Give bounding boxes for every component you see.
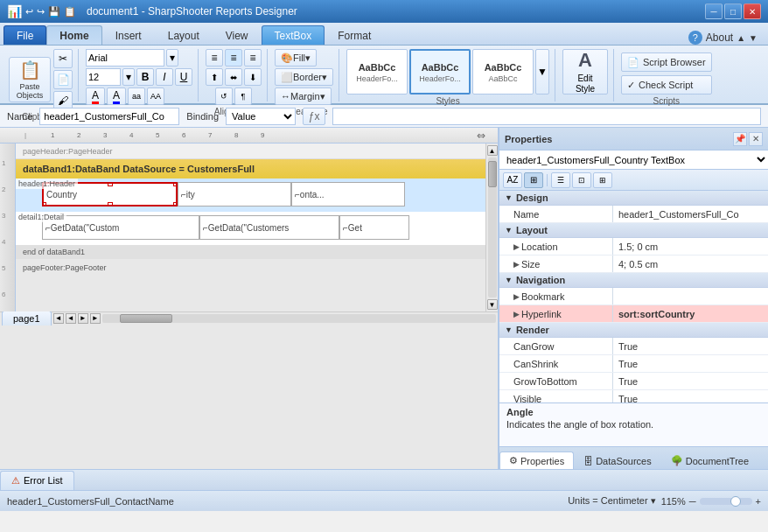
minimize-button[interactable]: ─ [705, 4, 723, 19]
units-display[interactable]: Units = Centimeter ▾ [568, 495, 655, 507]
style-item-2[interactable]: AaBbCc HeaderFo... [409, 49, 471, 94]
valign-bot-btn[interactable]: ⬇ [244, 68, 262, 86]
title-bar-extra[interactable]: 📋 [64, 6, 76, 18]
fx-button[interactable]: ƒx [303, 108, 325, 125]
close-button[interactable]: ✕ [744, 4, 761, 19]
v-scroll-thumb[interactable] [488, 161, 497, 187]
zoom-thumb[interactable] [730, 496, 741, 507]
rotate-btn[interactable]: ↺ [215, 88, 233, 105]
script-browser-button[interactable]: 📄 Script Browser [621, 52, 712, 72]
props-view2[interactable]: ⊡ [572, 172, 591, 188]
category-layout[interactable]: ▼ Layout [499, 223, 768, 238]
databand[interactable]: dataBand1:DataBand DataSource = Customer… [16, 159, 485, 178]
h-scroll-track[interactable] [102, 314, 496, 323]
hyperlink-expand[interactable]: ▶ [513, 310, 520, 318]
v-scroll-track[interactable] [488, 158, 497, 298]
detail-cell-3[interactable]: ⌐Get [339, 215, 409, 240]
underline-button[interactable]: U [175, 68, 192, 86]
prop-visible-value[interactable]: True [613, 390, 768, 402]
category-render[interactable]: ▼ Render [499, 323, 768, 338]
h-scroll-right[interactable]: ► [90, 313, 101, 324]
scroll-down-btn[interactable]: ▼ [487, 299, 498, 310]
title-bar-save[interactable]: 💾 [48, 6, 60, 18]
props-view3[interactable]: ⊞ [593, 172, 612, 188]
h-scrollbar[interactable]: page1 ◄ ◄ ► ► [0, 312, 498, 324]
ruler-toggle[interactable]: ⇔ [477, 130, 485, 142]
v-scrollbar[interactable]: ▲ ▼ [485, 144, 498, 312]
category-navigation[interactable]: ▼ Navigation [499, 273, 768, 288]
size-expand[interactable]: ▶ [513, 260, 520, 269]
prop-growtobottom-value[interactable]: True [613, 373, 768, 389]
h-scroll-thumb[interactable] [120, 314, 172, 323]
detail-cell-2[interactable]: ⌐GetData("Customers [199, 215, 339, 240]
object-select[interactable]: header1_CustomersFull_Country TextBox [499, 150, 768, 169]
fill-dropdown[interactable]: ▾ [305, 52, 311, 64]
align-left-btn[interactable]: ≡ [206, 49, 223, 66]
fill-button[interactable]: 🎨 Fill ▾ [275, 49, 317, 66]
nav-down[interactable]: ▼ [749, 33, 758, 43]
paste-button[interactable]: 📋 Paste Objects [9, 57, 51, 102]
props-pin-btn[interactable]: 📌 [733, 132, 747, 146]
style-item-3[interactable]: AaBbCc AaBbCc [472, 49, 534, 94]
check-script-button[interactable]: ✓ Check Script [621, 75, 712, 94]
name-input[interactable] [39, 108, 179, 125]
contact-cell[interactable]: ⌐onta... [291, 182, 405, 206]
tab-layout[interactable]: Layout [155, 25, 213, 45]
valign-top-btn[interactable]: ⬆ [206, 68, 223, 86]
copy-button[interactable]: 📄 [53, 70, 73, 89]
prop-cangrow-value[interactable]: True [613, 338, 768, 354]
prop-hyperlink-value[interactable]: sort:sortCountry [613, 305, 768, 322]
tab-view[interactable]: View [213, 25, 262, 45]
edit-style-button[interactable]: A EditStyle [562, 49, 608, 94]
align-right-btn[interactable]: ≡ [244, 49, 262, 66]
align-center-btn[interactable]: ≡ [225, 49, 242, 66]
bookmark-expand[interactable]: ▶ [513, 292, 520, 301]
tab-home[interactable]: Home [46, 25, 101, 45]
props-view1[interactable]: ☰ [551, 172, 570, 188]
handle-bl[interactable] [42, 202, 46, 206]
font-color-btn[interactable]: A [86, 88, 105, 105]
props-close-btn[interactable]: ✕ [749, 132, 763, 146]
margin-dropdown[interactable]: ▾ [320, 91, 325, 102]
error-list-tab[interactable]: ⚠ Error List [0, 471, 74, 490]
font-size-dropdown[interactable]: ▾ [122, 68, 135, 86]
maximize-button[interactable]: □ [724, 4, 742, 19]
prop-size-value[interactable]: 4; 0.5 cm [613, 256, 768, 272]
tab-format[interactable]: TextBox [262, 25, 325, 45]
font-name-dropdown[interactable]: ▾ [166, 49, 178, 66]
prop-canshrink-value[interactable]: True [613, 355, 768, 372]
font-name-input[interactable] [86, 49, 164, 66]
category-design[interactable]: ▼ Design [499, 191, 768, 206]
margin-button[interactable]: ↔ Margin ▾ [275, 88, 332, 105]
prop-location-value[interactable]: 1.5; 0 cm [613, 238, 768, 255]
sort-alpha-btn[interactable]: AZ [503, 172, 522, 188]
handle-bm[interactable] [108, 202, 113, 206]
style-item-1[interactable]: AaBbCc HeaderFo... [346, 49, 408, 94]
tab-documenttree[interactable]: 🌳 DocumentTree [661, 452, 758, 469]
scroll-up-btn[interactable]: ▲ [487, 145, 498, 156]
canvas-scroll-area[interactable]: pageHeader:PageHeader dataBand1:DataBand… [16, 144, 485, 312]
title-bar-redo[interactable]: ↪ [37, 6, 45, 18]
tab-file[interactable]: File [3, 25, 46, 45]
tab-format2[interactable]: Format [325, 25, 384, 45]
border-dropdown[interactable]: ▾ [322, 72, 327, 83]
prop-bookmark-value[interactable] [613, 288, 768, 304]
valign-mid-btn[interactable]: ⬌ [225, 68, 242, 86]
page-tab[interactable]: page1 [2, 311, 52, 326]
city-cell[interactable]: ⌐ity [178, 182, 291, 206]
font-highlight-btn[interactable]: A [107, 88, 126, 105]
zoom-plus[interactable]: + [756, 496, 761, 507]
formula-bar[interactable] [332, 108, 761, 125]
binding-dropdown[interactable]: Value [226, 108, 296, 125]
tab-datasources[interactable]: 🗄 DataSources [574, 452, 661, 469]
border-button[interactable]: ⬜ Border ▾ [275, 68, 333, 86]
location-expand[interactable]: ▶ [513, 242, 520, 251]
cut-button[interactable]: ✂ [53, 49, 73, 68]
h-scroll-left[interactable]: ◄ [53, 313, 64, 324]
zoom-slider[interactable] [700, 498, 752, 505]
units-dropdown[interactable]: ▾ [651, 495, 656, 506]
sort-cat-btn[interactable]: ⊞ [524, 172, 543, 188]
tab-insert[interactable]: Insert [102, 25, 155, 45]
zoom-minus[interactable]: ─ [689, 496, 696, 507]
wordwrap-btn[interactable]: ¶ [234, 88, 252, 105]
